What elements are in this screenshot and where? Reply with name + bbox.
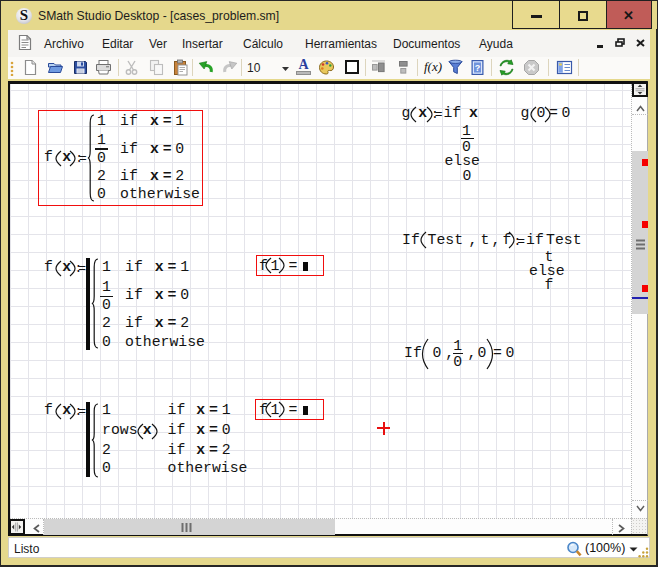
svg-text:?: ? [475,63,481,73]
